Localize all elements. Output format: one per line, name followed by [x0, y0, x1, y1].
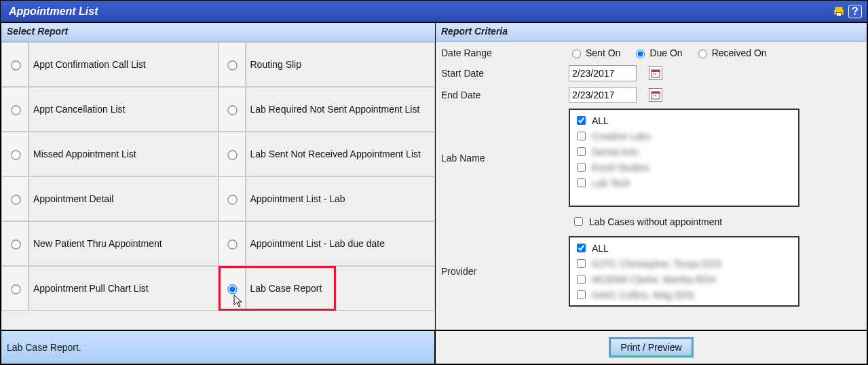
report-radio-appt-cancellation[interactable]	[1, 87, 29, 132]
list-item: ALL	[574, 113, 794, 128]
svg-rect-6	[655, 73, 656, 75]
report-radio-appointment-detail[interactable]	[1, 176, 29, 221]
report-criteria-panel: Report Criteria Date Range Sent On Due O…	[435, 22, 867, 330]
report-radio-lab-sent-not-received[interactable]	[219, 132, 246, 176]
report-label[interactable]: Lab Sent Not Received Appointment List	[246, 132, 436, 176]
help-icon[interactable]: ?	[848, 5, 862, 18]
select-report-panel: Select Report Appt Confirmation Call Lis…	[1, 22, 435, 330]
report-criteria-header: Report Criteria	[436, 23, 867, 42]
report-label[interactable]: Routing Slip	[246, 42, 436, 87]
report-label-lab-case-report[interactable]: Lab Case Report	[246, 266, 436, 311]
report-criteria-body: Date Range Sent On Due On Received On St…	[436, 42, 867, 330]
lab-name-field: ALL Creative Labs Dental Arts Excel Stud…	[569, 107, 863, 208]
svg-rect-5	[653, 73, 654, 75]
svg-rect-2	[836, 12, 842, 16]
calendar-icon[interactable]	[649, 66, 662, 80]
printer-icon[interactable]	[832, 5, 846, 18]
report-grid: Appt Confirmation Call List Routing Slip…	[1, 42, 435, 330]
svg-rect-10	[655, 95, 656, 96]
report-label[interactable]: Appointment Detail	[29, 176, 219, 221]
select-report-body: Appt Confirmation Call List Routing Slip…	[1, 42, 435, 330]
svg-rect-0	[835, 7, 843, 10]
report-radio-lab-case-report[interactable]	[219, 266, 246, 311]
list-item: Creative Labs	[574, 128, 794, 144]
svg-rect-8	[652, 92, 660, 94]
report-label[interactable]: New Patient Thru Appointment	[29, 221, 219, 266]
end-date-input[interactable]	[569, 87, 637, 103]
report-label[interactable]: Appointment List - Lab due date	[246, 221, 436, 266]
report-label[interactable]: Appointment List - Lab	[246, 176, 436, 221]
lab-cases-without-checkbox[interactable]: Lab Cases without appointment	[571, 215, 860, 228]
lab-name-listbox[interactable]: ALL Creative Labs Dental Arts Excel Stud…	[569, 109, 799, 207]
svg-rect-4	[652, 70, 660, 72]
report-label[interactable]: Appointment Pull Chart List	[29, 266, 219, 311]
report-radio-lab-required-not-sent[interactable]	[219, 87, 246, 132]
report-radio-missed-appt[interactable]	[1, 132, 29, 176]
list-item: Lab Tech	[574, 175, 794, 191]
list-item: G2TC Christopher, Tonya DDS	[574, 256, 794, 271]
lab-name-label: Lab Name	[440, 107, 569, 208]
date-range-received-on[interactable]: Received On	[695, 47, 767, 58]
start-date-label: Start Date	[440, 64, 569, 83]
report-radio-new-patient[interactable]	[1, 221, 29, 266]
status-bar: Lab Case Report.	[1, 330, 435, 364]
start-date-input[interactable]	[569, 65, 637, 81]
window-title: Appointment List	[6, 5, 832, 18]
footer-actions: Print / Preview	[435, 330, 867, 364]
report-label[interactable]: Appt Cancellation List	[29, 87, 219, 132]
report-label[interactable]: Missed Appointment List	[29, 132, 219, 176]
report-radio-appt-confirmation[interactable]	[1, 42, 29, 87]
list-item: ALL	[574, 240, 794, 256]
date-range-label: Date Range	[440, 45, 569, 61]
svg-rect-9	[653, 95, 654, 96]
end-date-label: End Date	[440, 85, 569, 104]
provider-field: ALL G2TC Christopher, Tonya DDS MC9066 C…	[569, 235, 863, 308]
footer: Lab Case Report. Print / Preview	[1, 330, 867, 364]
list-item: Excel Studios	[574, 159, 794, 175]
titlebar-icons: ?	[832, 5, 862, 18]
date-range-due-on[interactable]: Due On	[633, 47, 682, 58]
start-date-field	[569, 64, 863, 83]
lab-cases-without-row: Lab Cases without appointment	[569, 211, 863, 232]
report-label[interactable]: Lab Required Not Sent Appointment List	[246, 87, 436, 132]
provider-label: Provider	[440, 235, 569, 308]
date-range-sent-on[interactable]: Sent On	[569, 47, 620, 58]
status-text: Lab Case Report.	[7, 342, 81, 353]
report-radio-appt-list-lab[interactable]	[219, 176, 246, 221]
select-report-header: Select Report	[1, 23, 435, 42]
list-item: MC9066 Clarke, Martha RDH	[574, 271, 794, 287]
provider-listbox[interactable]: ALL G2TC Christopher, Tonya DDS MC9066 C…	[569, 236, 799, 307]
report-radio-appt-list-lab-due[interactable]	[219, 221, 246, 266]
calendar-icon[interactable]	[649, 88, 662, 102]
end-date-field	[569, 85, 863, 104]
report-radio-appt-pull-chart[interactable]	[1, 266, 29, 311]
date-range-options: Sent On Due On Received On	[569, 45, 863, 61]
content-area: Select Report Appt Confirmation Call Lis…	[1, 22, 867, 330]
report-label[interactable]: Appt Confirmation Call List	[29, 42, 219, 87]
list-item: G44C Collins, Meg DDS	[574, 287, 794, 303]
appointment-list-window: Appointment List ? Select Report Appt Co…	[0, 0, 868, 365]
list-item: Dental Arts	[574, 144, 794, 159]
titlebar: Appointment List ?	[1, 1, 867, 22]
print-preview-button[interactable]: Print / Preview	[610, 339, 692, 356]
report-radio-routing-slip[interactable]	[219, 42, 246, 87]
